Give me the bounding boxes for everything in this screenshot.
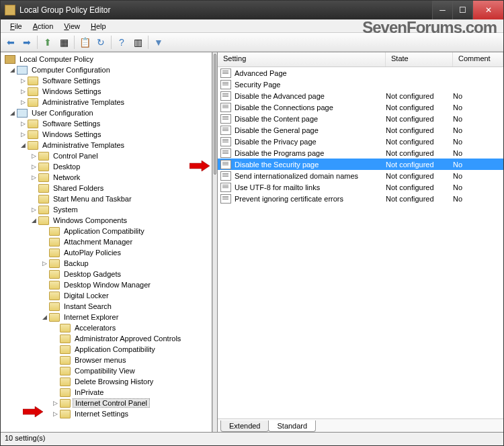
tree-item[interactable]: Desktop Window Manager bbox=[62, 281, 153, 289]
tree-item-selected[interactable]: Internet Control Panel bbox=[73, 398, 150, 408]
exp-icon[interactable]: ◢ bbox=[9, 109, 15, 116]
exp-icon[interactable]: ▷ bbox=[30, 174, 37, 181]
exp-icon[interactable]: ▷ bbox=[19, 120, 26, 127]
tree-item[interactable]: Accelerators bbox=[73, 324, 118, 332]
tree-item[interactable]: AutoPlay Policies bbox=[62, 249, 123, 257]
tree-scrollbar[interactable] bbox=[212, 52, 218, 432]
cell-state: Not configured bbox=[386, 115, 453, 123]
help-button[interactable]: ? bbox=[114, 35, 129, 50]
list-row[interactable]: Disable the Privacy pageNot configuredNo bbox=[218, 136, 503, 147]
exp-icon[interactable]: ▷ bbox=[30, 206, 37, 213]
policy-icon bbox=[5, 55, 15, 64]
list-row[interactable]: Disable the Connections pageNot configur… bbox=[218, 101, 503, 113]
tree-item[interactable]: Compatibility View bbox=[73, 367, 137, 375]
tree-item[interactable]: Digital Locker bbox=[62, 292, 111, 300]
tree-item[interactable]: Application Compatibility bbox=[62, 227, 146, 235]
setting-icon bbox=[220, 194, 231, 204]
tree-item[interactable]: Internet Explorer bbox=[62, 313, 120, 321]
folder-icon bbox=[38, 163, 49, 171]
exp-icon[interactable]: ▷ bbox=[52, 410, 58, 417]
tree-panel[interactable]: Local Computer Policy ◢Computer Configur… bbox=[1, 52, 212, 432]
tree-item[interactable]: Software Settings bbox=[40, 120, 102, 128]
list-row[interactable]: Security Page bbox=[218, 79, 503, 90]
menu-action[interactable]: Action bbox=[28, 21, 59, 32]
tree-item[interactable]: InPrivate bbox=[73, 388, 106, 396]
col-setting[interactable]: Setting bbox=[218, 52, 386, 66]
list-row[interactable]: Use UTF-8 for mailto linksNot configured… bbox=[218, 181, 503, 193]
refresh-button[interactable]: ↻ bbox=[93, 35, 108, 50]
tree-item[interactable]: Control Panel bbox=[51, 152, 100, 160]
tree-item[interactable]: Administrative Templates bbox=[40, 98, 126, 106]
tree-item[interactable]: Internet Settings bbox=[73, 410, 130, 418]
tree-item[interactable]: Software Settings bbox=[40, 77, 102, 85]
exp-icon[interactable]: ▷ bbox=[19, 131, 26, 138]
list-body[interactable]: Advanced PageSecurity PageDisable the Ad… bbox=[218, 67, 503, 418]
tree-root[interactable]: Local Computer Policy bbox=[17, 55, 95, 63]
exp-icon[interactable]: ▷ bbox=[19, 88, 26, 95]
export-button[interactable]: 📋 bbox=[77, 35, 92, 50]
tree-item[interactable]: Browser menus bbox=[73, 356, 128, 364]
folder-icon bbox=[49, 281, 60, 289]
list-row[interactable]: Disable the Programs pageNot configuredN… bbox=[218, 147, 503, 159]
tree-item[interactable]: Windows Settings bbox=[40, 130, 103, 138]
tree-item[interactable]: Start Menu and Taskbar bbox=[51, 195, 134, 203]
menu-view[interactable]: View bbox=[58, 21, 85, 32]
menu-help[interactable]: Help bbox=[85, 21, 112, 32]
exp-icon[interactable]: ◢ bbox=[30, 217, 37, 224]
tree-uc[interactable]: User Configuration bbox=[30, 109, 95, 117]
properties-button[interactable]: ▥ bbox=[130, 35, 145, 50]
list-row[interactable]: Advanced Page bbox=[218, 67, 503, 79]
setting-icon bbox=[220, 69, 231, 78]
minimize-button[interactable]: ─ bbox=[432, 1, 452, 19]
tab-standard[interactable]: Standard bbox=[268, 420, 316, 432]
tree-item[interactable]: Backup bbox=[62, 259, 91, 267]
exp-icon[interactable]: ▷ bbox=[41, 260, 48, 267]
exp-icon[interactable]: ▷ bbox=[30, 152, 37, 159]
exp-icon[interactable]: ◢ bbox=[41, 314, 48, 320]
app-window: Local Group Policy Editor ─ ☐ ✕ File Act… bbox=[0, 0, 504, 446]
show-hide-tree-button[interactable]: ▦ bbox=[56, 35, 71, 50]
tree-item[interactable]: Instant Search bbox=[62, 302, 114, 310]
list-row[interactable]: Disable the Advanced pageNot configuredN… bbox=[218, 90, 503, 101]
menu-file[interactable]: File bbox=[5, 21, 28, 32]
tree-item[interactable]: System bbox=[51, 206, 80, 214]
tree-item[interactable]: Desktop Gadgets bbox=[62, 270, 123, 278]
tree-item[interactable]: Network bbox=[51, 173, 82, 181]
tree-item[interactable]: Application Compatibility bbox=[73, 345, 157, 353]
back-button[interactable]: ⬅ bbox=[3, 35, 18, 50]
exp-icon[interactable]: ▷ bbox=[19, 99, 26, 105]
tree-item[interactable]: Administrator Approved Controls bbox=[73, 334, 183, 343]
list-row[interactable]: Send internationalized domain namesNot c… bbox=[218, 170, 503, 181]
tree-item[interactable]: Desktop bbox=[51, 163, 82, 171]
close-button[interactable]: ✕ bbox=[472, 1, 503, 19]
list-row[interactable]: Prevent ignoring certificate errorsNot c… bbox=[218, 193, 503, 204]
tree-item[interactable]: Attachment Manager bbox=[62, 238, 134, 246]
tree-item[interactable]: Shared Folders bbox=[51, 184, 106, 192]
tree-item[interactable]: Administrative Templates bbox=[40, 141, 126, 149]
folder-icon bbox=[60, 388, 71, 397]
maximize-button[interactable]: ☐ bbox=[452, 1, 472, 19]
col-comment[interactable]: Comment bbox=[453, 52, 503, 66]
tree-item[interactable]: Delete Browsing History bbox=[73, 377, 155, 386]
forward-button[interactable]: ➡ bbox=[19, 35, 34, 50]
exp-icon[interactable]: ◢ bbox=[19, 142, 26, 148]
tree-item[interactable]: Windows Settings bbox=[40, 87, 103, 95]
folder-icon bbox=[49, 270, 60, 279]
folder-icon bbox=[49, 259, 60, 268]
filter-button[interactable]: ▼ bbox=[151, 35, 166, 50]
exp-icon[interactable]: ▷ bbox=[19, 77, 26, 84]
tree-item[interactable]: Windows Components bbox=[51, 216, 129, 224]
list-row[interactable]: Disable the General pageNot configuredNo bbox=[218, 124, 503, 136]
tab-extended[interactable]: Extended bbox=[220, 420, 269, 432]
exp-icon[interactable]: ▷ bbox=[52, 400, 58, 406]
list-row[interactable]: Disable the Content pageNot configuredNo bbox=[218, 113, 503, 124]
folder-icon bbox=[49, 238, 60, 247]
cell-comment: No bbox=[453, 172, 503, 180]
up-button[interactable]: ⬆ bbox=[40, 35, 55, 50]
exp-icon[interactable]: ▷ bbox=[30, 163, 37, 170]
exp-icon[interactable]: ◢ bbox=[9, 66, 15, 73]
col-state[interactable]: State bbox=[386, 52, 453, 66]
tree-cc[interactable]: Computer Configuration bbox=[30, 66, 112, 74]
folder-icon bbox=[60, 334, 71, 343]
list-row[interactable]: Disable the Security pageNot configuredN… bbox=[218, 159, 503, 170]
